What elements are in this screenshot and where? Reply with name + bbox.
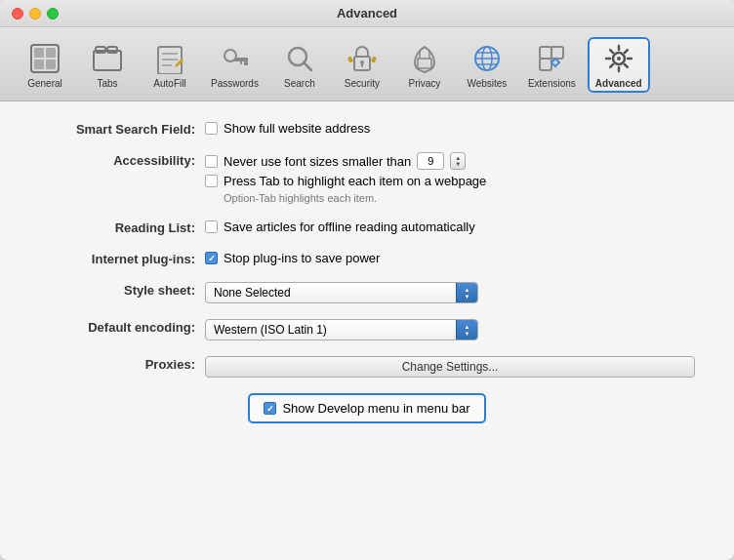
internet-plugins-control: Stop plug-ins to save power [205, 251, 695, 265]
accessibility-option2-checkbox[interactable] [205, 175, 218, 187]
default-encoding-control: Western (ISO Latin 1) ▲ ▼ [205, 319, 695, 340]
internet-plugins-checkbox-label: Stop plug-ins to save power [224, 251, 380, 265]
toolbar-item-websites[interactable]: Websites [458, 37, 516, 93]
smart-search-label: Smart Search Field: [39, 121, 205, 137]
toolbar: General Tabs [0, 27, 734, 101]
style-sheet-row: Style sheet: None Selected ▲ ▼ [39, 282, 695, 303]
websites-icon [469, 41, 505, 76]
smart-search-row: Smart Search Field: Show full website ad… [39, 121, 695, 137]
toolbar-item-advanced[interactable]: Advanced [588, 37, 650, 93]
reading-list-row: Reading List: Save articles for offline … [39, 220, 695, 235]
toolbar-item-security[interactable]: Security [333, 37, 391, 93]
font-size-select[interactable]: ▲ ▼ [450, 152, 466, 170]
develop-menu-checkbox[interactable] [264, 402, 276, 415]
security-icon [345, 41, 380, 76]
accessibility-control: Never use font sizes smaller than ▲ ▼ Pr… [205, 152, 695, 204]
security-label: Security [345, 78, 380, 89]
toolbar-item-autofill[interactable]: AutoFill [141, 37, 199, 93]
style-sheet-value: None Selected [206, 286, 456, 300]
svg-rect-1 [34, 48, 44, 58]
smart-search-checkbox-label: Show full website address [224, 121, 370, 136]
style-sheet-arrows: ▲ ▼ [456, 283, 477, 302]
window-title: Advanced [337, 6, 397, 20]
toolbar-item-privacy[interactable]: Privacy [395, 37, 454, 93]
internet-plugins-row: Internet plug-ins: Stop plug-ins to save… [39, 251, 695, 266]
svg-rect-4 [46, 60, 56, 69]
svg-line-17 [304, 62, 311, 70]
autofill-icon [152, 41, 187, 76]
passwords-icon [217, 41, 252, 76]
tabs-icon [90, 41, 125, 76]
search-label: Search [284, 78, 315, 89]
general-label: General [27, 78, 62, 89]
default-encoding-label: Default encoding: [39, 319, 205, 335]
maximize-button[interactable] [47, 8, 59, 20]
default-encoding-value: Western (ISO Latin 1) [206, 323, 456, 337]
develop-menu-section: Show Develop menu in menu bar [39, 393, 695, 423]
default-encoding-row: Default encoding: Western (ISO Latin 1) … [39, 319, 695, 340]
accessibility-option1-checkbox[interactable] [205, 155, 218, 168]
accessibility-row: Accessibility: Never use font sizes smal… [39, 152, 695, 204]
toolbar-item-general[interactable]: General [16, 37, 74, 93]
svg-rect-30 [540, 59, 551, 70]
font-size-input[interactable] [417, 152, 444, 170]
internet-plugins-checkbox[interactable] [205, 252, 218, 264]
default-encoding-arrows: ▲ ▼ [456, 320, 477, 340]
svg-rect-22 [371, 56, 377, 62]
svg-rect-21 [347, 56, 353, 62]
advanced-label: Advanced [595, 78, 642, 89]
traffic-lights [12, 8, 59, 20]
svg-line-38 [625, 64, 628, 67]
toolbar-item-tabs[interactable]: Tabs [78, 37, 137, 93]
default-encoding-select[interactable]: Western (ISO Latin 1) ▲ ▼ [205, 319, 478, 340]
smart-search-control: Show full website address [205, 121, 695, 136]
svg-rect-29 [551, 47, 563, 59]
accessibility-option1-row: Never use font sizes smaller than ▲ ▼ [205, 152, 695, 170]
accessibility-option1-label: Never use font sizes smaller than [224, 154, 411, 169]
smart-search-checkbox[interactable] [205, 122, 218, 135]
reading-list-checkbox-label: Save articles for offline reading automa… [224, 220, 475, 234]
toolbar-item-search[interactable]: Search [270, 37, 329, 93]
toolbar-item-passwords[interactable]: Passwords [203, 37, 266, 93]
svg-point-32 [617, 57, 621, 60]
proxies-row: Proxies: Change Settings... [39, 356, 695, 378]
style-sheet-label: Style sheet: [39, 282, 205, 298]
internet-plugins-checkbox-row: Stop plug-ins to save power [205, 251, 695, 265]
reading-list-checkbox-row: Save articles for offline reading automa… [205, 220, 695, 234]
svg-line-40 [610, 64, 613, 67]
svg-rect-14 [244, 61, 248, 65]
reading-list-control: Save articles for offline reading automa… [205, 220, 695, 234]
title-bar: Advanced [0, 0, 734, 27]
svg-rect-2 [46, 48, 56, 58]
reading-list-checkbox[interactable] [205, 220, 218, 233]
general-icon [27, 41, 62, 76]
passwords-label: Passwords [211, 78, 259, 89]
style-sheet-select[interactable]: None Selected ▲ ▼ [205, 282, 478, 303]
extensions-label: Extensions [528, 78, 576, 89]
autofill-label: AutoFill [153, 78, 185, 89]
svg-rect-3 [34, 60, 44, 69]
accessibility-hint: Option-Tab highlights each item. [224, 192, 695, 204]
privacy-icon [407, 41, 442, 76]
develop-menu-label: Show Develop menu in menu bar [282, 401, 469, 416]
accessibility-option2-label: Press Tab to highlight each item on a we… [224, 174, 486, 188]
tabs-label: Tabs [97, 78, 117, 89]
proxies-label: Proxies: [39, 356, 205, 372]
change-settings-button[interactable]: Change Settings... [205, 356, 695, 378]
develop-menu-row: Show Develop menu in menu bar [248, 393, 485, 423]
reading-list-label: Reading List: [39, 220, 205, 235]
svg-rect-13 [234, 58, 248, 61]
toolbar-item-extensions[interactable]: Extensions [520, 37, 584, 93]
minimize-button[interactable] [29, 8, 41, 20]
proxies-control: Change Settings... [205, 356, 695, 378]
svg-line-39 [625, 50, 628, 53]
content-area: Smart Search Field: Show full website ad… [0, 101, 734, 443]
smart-search-checkbox-row: Show full website address [205, 121, 695, 136]
close-button[interactable] [12, 8, 23, 20]
svg-rect-28 [540, 47, 551, 59]
accessibility-option2-row: Press Tab to highlight each item on a we… [205, 174, 695, 188]
svg-rect-15 [240, 61, 242, 64]
privacy-label: Privacy [409, 78, 441, 89]
svg-rect-20 [361, 63, 363, 67]
preferences-window: Advanced General [0, 0, 734, 560]
